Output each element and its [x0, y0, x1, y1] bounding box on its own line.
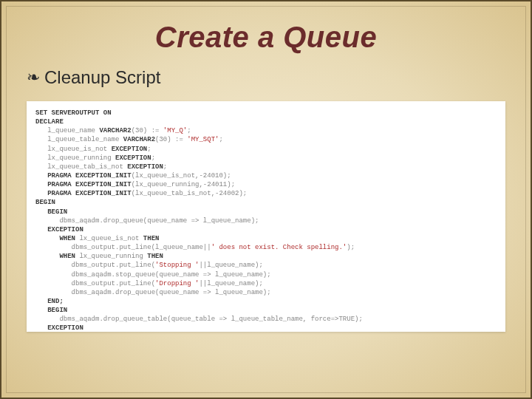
code-block: SET SERVEROUTPUT ON DECLARE l_queue_name…	[27, 101, 505, 332]
bullet-icon: ❧	[27, 69, 40, 86]
code-content: SET SERVEROUTPUT ON DECLARE l_queue_name…	[35, 109, 497, 332]
slide: Create a Queue ❧ Cleanup Script SET SERV…	[0, 0, 532, 399]
slide-title: Create a Queue	[1, 21, 531, 54]
bullet-item: ❧ Cleanup Script	[27, 67, 531, 88]
bullet-text: Cleanup Script	[44, 67, 160, 88]
